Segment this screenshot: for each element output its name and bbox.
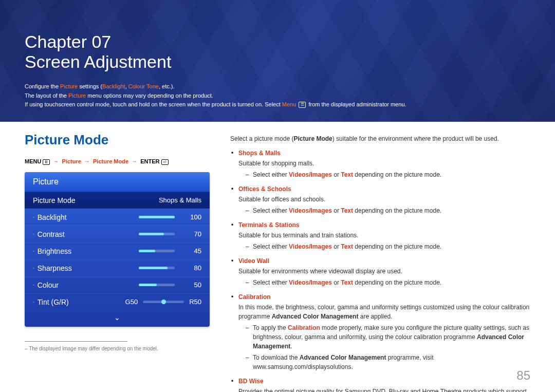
footnote-rule xyxy=(25,341,127,342)
slider-contrast[interactable] xyxy=(139,233,175,235)
description-panel: Select a picture mode (Picture Mode) sui… xyxy=(230,132,530,392)
osd-panel: Picture Picture Mode Shops & Malls ·Back… xyxy=(25,172,210,327)
osd-mode-label: Picture Mode xyxy=(33,196,159,204)
chapter-number: 07 xyxy=(91,32,111,51)
mode-shops: Shops & Malls Suitable for shopping mall… xyxy=(230,148,530,179)
menu-key-icon: Ⅲ xyxy=(43,159,50,165)
section-title: Picture Mode xyxy=(25,132,210,148)
slider-sharpness[interactable] xyxy=(139,267,175,269)
osd-sharpness[interactable]: ·Sharpness 80 xyxy=(25,259,210,276)
enter-key-icon xyxy=(161,159,169,165)
osd-colour[interactable]: ·Colour 50 xyxy=(25,276,210,293)
osd-mode-row[interactable]: Picture Mode Shops & Malls xyxy=(25,192,210,209)
chapter-title: Screen Adjustment xyxy=(25,52,530,72)
chapter-heading: Chapter 07 Screen Adjustment xyxy=(25,32,530,72)
menu-path: MENU Ⅲ → Picture → Picture Mode → ENTER xyxy=(25,158,210,165)
mode-calibration: Calibration In this mode, the brightness… xyxy=(230,292,530,371)
slider-colour[interactable] xyxy=(139,284,175,286)
osd-header: Picture xyxy=(25,172,210,192)
menu-icon: ☰ xyxy=(299,102,306,108)
slider-brightness[interactable] xyxy=(139,250,175,252)
osd-backlight[interactable]: ·Backlight 100 xyxy=(25,209,210,226)
osd-contrast[interactable]: ·Contrast 70 xyxy=(25,226,210,242)
chapter-intro: Configure the Picture settings (Backligh… xyxy=(25,82,530,109)
mode-offices: Offices & Schools Suitable for offices a… xyxy=(230,184,530,215)
osd-more[interactable]: ⌄ xyxy=(25,310,210,327)
osd-tint[interactable]: ·Tint (G/R) G50 R50 xyxy=(25,293,210,310)
mode-terminals: Terminals & Stations Suitable for bus te… xyxy=(230,220,530,251)
mode-bdwise: BD Wise Provides the optimal picture qua… xyxy=(230,377,530,392)
page-number: 85 xyxy=(516,368,530,383)
chapter-label: Chapter xyxy=(25,32,87,51)
slider-tint[interactable] xyxy=(143,301,184,303)
chevron-down-icon: ⌄ xyxy=(114,313,120,322)
footnote: – The displayed image may differ dependi… xyxy=(25,346,210,351)
slider-backlight[interactable] xyxy=(139,216,175,218)
mode-videowall: Video Wall Suitable for environments whe… xyxy=(230,256,530,287)
osd-brightness[interactable]: ·Brightness 45 xyxy=(25,242,210,259)
osd-mode-value: Shops & Malls xyxy=(159,196,201,204)
chapter-banner: Chapter 07 Screen Adjustment Configure t… xyxy=(0,0,555,122)
